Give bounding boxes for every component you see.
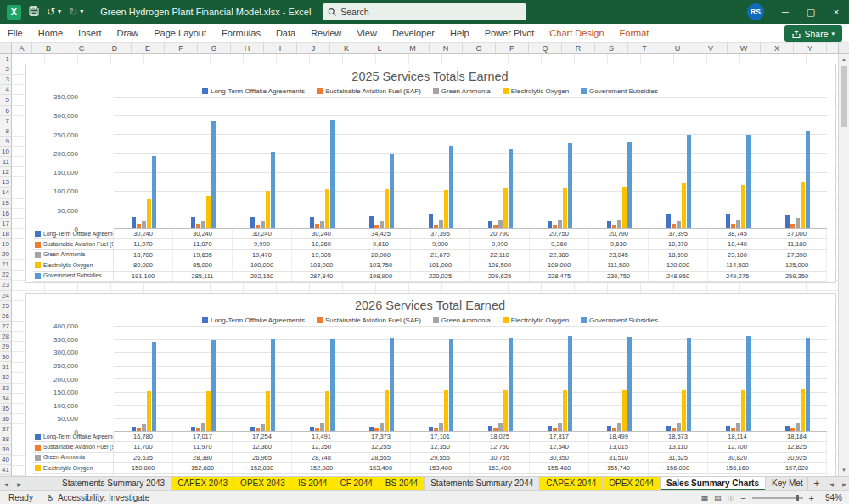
minimize-button[interactable]: ─ [773, 0, 798, 24]
bar-government-subsidies[interactable] [746, 135, 751, 228]
ribbon-tab-page-layout[interactable]: Page Layout [146, 24, 214, 42]
column-header-V[interactable]: V [694, 43, 728, 53]
column-header-G[interactable]: G [198, 43, 231, 53]
close-button[interactable]: × [824, 0, 849, 24]
sheet-tab-opex-2044[interactable]: OPEX 2044 [603, 477, 661, 490]
row-header-32[interactable]: 32 [0, 372, 11, 383]
page-layout-view-icon[interactable]: ▤ [714, 494, 722, 502]
row-header-20[interactable]: 20 [0, 249, 11, 260]
bar-government-subsidies[interactable] [152, 156, 156, 228]
bar-government-subsidies[interactable] [687, 135, 691, 228]
bar-green-ammonia[interactable] [796, 423, 800, 431]
bar-government-subsidies[interactable] [390, 154, 394, 228]
bar-long-term-offtake-agreements[interactable] [548, 221, 552, 228]
plot-area[interactable] [114, 97, 827, 229]
bar-government-subsidies[interactable] [568, 336, 572, 431]
bar-electrolytic-oxygen[interactable] [503, 390, 508, 431]
bar-long-term-offtake-agreements[interactable] [785, 215, 790, 228]
bar-electrolytic-oxygen[interactable] [563, 390, 567, 431]
sheet-nav-right-icon[interactable]: ▶ [13, 477, 25, 490]
bar-green-ammonia[interactable] [142, 221, 146, 228]
bar-long-term-offtake-agreements[interactable] [310, 427, 314, 431]
y-axis[interactable]: 350,000300,000250,000200,000150,000100,0… [33, 97, 114, 229]
column-header-M[interactable]: M [396, 43, 430, 53]
row-header-29[interactable]: 29 [0, 342, 11, 352]
bar-green-ammonia[interactable] [142, 424, 146, 431]
bar-government-subsidies[interactable] [509, 338, 513, 431]
sheet-nav-left-icon[interactable]: ◀ [0, 477, 13, 490]
row-header-21[interactable]: 21 [0, 260, 11, 270]
bar-electrolytic-oxygen[interactable] [741, 390, 745, 431]
row-header-13[interactable]: 13 [0, 177, 11, 188]
column-header-U[interactable]: U [661, 43, 694, 53]
legend-item-government-subsidies[interactable]: Government Subsidies [581, 316, 658, 324]
bar-green-ammonia[interactable] [736, 423, 740, 431]
bar-green-ammonia[interactable] [439, 423, 443, 431]
zoom-level[interactable]: 94% [820, 493, 842, 502]
chart-2025-services-totals[interactable]: 2025 Services Totals Earned Long-Term Of… [25, 64, 836, 283]
row-header-19[interactable]: 19 [0, 239, 11, 249]
row-header-14[interactable]: 14 [0, 188, 11, 198]
column-header-X[interactable]: X [761, 43, 794, 53]
bar-sustainable-aviation-fuel-saf[interactable] [493, 225, 498, 228]
bar-electrolytic-oxygen[interactable] [741, 185, 745, 228]
bar-green-ammonia[interactable] [261, 424, 265, 431]
bar-sustainable-aviation-fuel-saf[interactable] [315, 428, 319, 431]
chart-legend[interactable]: Long-Term Offtake AgreementsSustainable … [33, 314, 827, 326]
ribbon-tab-review[interactable]: Review [303, 24, 349, 42]
column-header-R[interactable]: R [562, 43, 595, 53]
bar-government-subsidies[interactable] [746, 336, 751, 431]
row-header-22[interactable]: 22 [0, 270, 11, 280]
zoom-in-button[interactable]: + [809, 493, 814, 503]
bar-sustainable-aviation-fuel-saf[interactable] [434, 225, 438, 228]
bar-long-term-offtake-agreements[interactable] [429, 427, 433, 431]
bar-sustainable-aviation-fuel-saf[interactable] [553, 225, 557, 228]
chart-legend[interactable]: Long-Term Offtake AgreementsSustainable … [33, 85, 827, 97]
undo-dropdown-icon[interactable]: ▾ [58, 8, 61, 15]
bar-electrolytic-oxygen[interactable] [622, 390, 627, 431]
ribbon-tab-data[interactable]: Data [268, 24, 303, 42]
bar-green-ammonia[interactable] [617, 423, 621, 431]
bar-sustainable-aviation-fuel-saf[interactable] [137, 224, 141, 228]
bar-sustainable-aviation-fuel-saf[interactable] [374, 428, 379, 431]
ribbon-tab-draw[interactable]: Draw [110, 24, 147, 42]
column-header-Z[interactable]: Z [827, 43, 838, 53]
bar-electrolytic-oxygen[interactable] [622, 187, 627, 228]
bar-long-term-offtake-agreements[interactable] [488, 221, 492, 228]
row-header-10[interactable]: 10 [0, 147, 11, 157]
sheet-tab-cf-2044[interactable]: CF 2044 [334, 477, 379, 490]
row-header-18[interactable]: 18 [0, 229, 11, 239]
select-all-corner[interactable] [0, 43, 12, 53]
row-header-7[interactable]: 7 [0, 116, 11, 126]
bar-sustainable-aviation-fuel-saf[interactable] [790, 428, 795, 431]
ribbon-tab-view[interactable]: View [349, 24, 385, 42]
zoom-slider[interactable] [752, 497, 803, 499]
scroll-down-icon[interactable]: ▼ [839, 465, 849, 476]
legend-item-electrolytic-oxygen[interactable]: Electrolytic Oxygen [503, 87, 569, 95]
legend-item-green-ammonia[interactable]: Green Ammonia [433, 316, 491, 324]
bar-green-ammonia[interactable] [617, 220, 621, 228]
row-header-8[interactable]: 8 [0, 126, 11, 137]
bar-green-ammonia[interactable] [261, 221, 265, 228]
bar-green-ammonia[interactable] [498, 220, 503, 228]
bar-government-subsidies[interactable] [211, 340, 216, 431]
legend-item-sustainable-aviation-fuel-saf[interactable]: Sustainable Aviation Fuel (SAF) [317, 87, 421, 95]
bar-government-subsidies[interactable] [390, 338, 394, 431]
ribbon-tab-chart-design[interactable]: Chart Design [542, 24, 611, 42]
column-header-C[interactable]: C [65, 43, 98, 53]
bar-sustainable-aviation-fuel-saf[interactable] [672, 428, 676, 431]
bar-electrolytic-oxygen[interactable] [385, 390, 389, 431]
bar-electrolytic-oxygen[interactable] [801, 182, 805, 228]
row-header-28[interactable]: 28 [0, 332, 11, 342]
column-header-I[interactable]: I [264, 43, 297, 53]
bar-long-term-offtake-agreements[interactable] [726, 426, 730, 431]
bar-electrolytic-oxygen[interactable] [444, 390, 448, 431]
share-button[interactable]: Share ▾ [784, 25, 842, 42]
row-header-11[interactable]: 11 [0, 157, 11, 167]
row-header-4[interactable]: 4 [0, 85, 11, 95]
chart-2026-services-total[interactable]: 2026 Services Total Earned Long-Term Off… [25, 293, 836, 476]
row-header-33[interactable]: 33 [0, 384, 11, 394]
bar-government-subsidies[interactable] [806, 338, 810, 431]
bar-long-term-offtake-agreements[interactable] [191, 427, 195, 431]
bar-government-subsidies[interactable] [568, 143, 572, 228]
